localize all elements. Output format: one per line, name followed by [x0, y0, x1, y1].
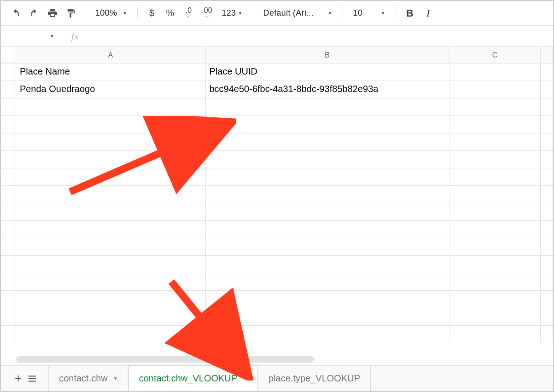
row-header[interactable]	[1, 203, 16, 221]
cell[interactable]: bcc94e50-6fbc-4a31-8bdc-93f85b82e93a	[206, 81, 449, 98]
cell[interactable]	[449, 238, 541, 256]
cell[interactable]: Place UUID	[206, 63, 449, 81]
row-header[interactable]	[1, 98, 16, 116]
cell[interactable]	[541, 308, 553, 326]
fontsize-dropdown[interactable]: 10 ▼	[349, 5, 390, 22]
column-header-C[interactable]: C	[449, 47, 541, 63]
format-currency-button[interactable]: $	[143, 5, 160, 22]
cell[interactable]	[206, 151, 449, 168]
cell[interactable]	[449, 133, 541, 151]
cell[interactable]	[206, 326, 449, 343]
cell[interactable]	[16, 116, 206, 133]
add-sheet-button[interactable]: +	[15, 371, 22, 386]
cell[interactable]	[16, 203, 206, 221]
row-header[interactable]	[1, 81, 16, 98]
cell[interactable]: Place Name	[16, 63, 206, 81]
cell[interactable]	[449, 63, 541, 81]
select-all-corner[interactable]	[1, 47, 16, 63]
cell[interactable]	[16, 256, 206, 273]
cell[interactable]	[541, 63, 553, 81]
cell[interactable]	[449, 221, 541, 238]
cell[interactable]	[541, 98, 553, 116]
cell[interactable]	[206, 133, 449, 151]
cell[interactable]	[16, 221, 206, 238]
cell[interactable]	[206, 308, 449, 326]
cell[interactable]	[449, 326, 541, 343]
cell[interactable]	[206, 273, 449, 291]
row-header[interactable]	[1, 63, 16, 81]
decrease-decimal-button[interactable]: .0 ←	[180, 5, 197, 22]
row-header[interactable]	[1, 168, 16, 186]
cell[interactable]	[206, 116, 449, 133]
row-header[interactable]	[1, 238, 16, 256]
cell[interactable]	[206, 203, 449, 221]
cell[interactable]	[16, 291, 206, 308]
italic-button[interactable]: I	[420, 5, 437, 22]
cell[interactable]	[206, 168, 449, 186]
cell[interactable]	[541, 116, 553, 133]
all-sheets-button[interactable]	[27, 374, 37, 384]
cell[interactable]	[541, 133, 553, 151]
cell[interactable]	[206, 186, 449, 203]
sheet-tab-2-active[interactable]: contact.chw_VLOOKUP ▼	[128, 366, 258, 391]
cell[interactable]	[16, 308, 206, 326]
cell[interactable]	[541, 256, 553, 273]
cell[interactable]	[541, 221, 553, 238]
name-box[interactable]: ▼	[1, 34, 61, 39]
row-header[interactable]	[1, 116, 16, 133]
cell[interactable]	[16, 98, 206, 116]
undo-button[interactable]	[7, 5, 24, 22]
row-header[interactable]	[1, 133, 16, 151]
cell[interactable]	[16, 151, 206, 168]
cell[interactable]	[206, 238, 449, 256]
cell[interactable]	[541, 168, 553, 186]
cell[interactable]	[541, 151, 553, 168]
row-header[interactable]	[1, 326, 16, 343]
row-header[interactable]	[1, 221, 16, 238]
sheet-tab-1[interactable]: contact.chw ▼	[48, 366, 128, 391]
paint-format-button[interactable]	[63, 5, 79, 22]
row-header[interactable]	[1, 186, 16, 203]
cell[interactable]	[449, 98, 541, 116]
cell[interactable]	[449, 81, 541, 98]
redo-button[interactable]	[26, 5, 42, 22]
cell[interactable]	[449, 273, 541, 291]
cell[interactable]	[449, 151, 541, 168]
cell[interactable]	[541, 291, 553, 308]
cell[interactable]	[449, 308, 541, 326]
font-dropdown[interactable]: Default (Ari... ▼	[259, 5, 337, 22]
cell[interactable]	[449, 168, 541, 186]
cell[interactable]	[16, 238, 206, 256]
cell[interactable]	[541, 186, 553, 203]
cell[interactable]	[541, 273, 553, 291]
cell[interactable]	[206, 291, 449, 308]
cell[interactable]	[449, 186, 541, 203]
cell[interactable]	[449, 256, 541, 273]
cell[interactable]	[16, 326, 206, 343]
format-percent-button[interactable]: %	[162, 5, 178, 22]
cell[interactable]	[541, 238, 553, 256]
row-header[interactable]	[1, 273, 16, 291]
cell[interactable]	[206, 98, 449, 116]
zoom-dropdown[interactable]: 100% ▼	[91, 5, 132, 22]
cell[interactable]	[541, 203, 553, 221]
number-format-dropdown[interactable]: 123 ▼	[217, 5, 247, 22]
horizontal-scrollbar[interactable]	[16, 356, 314, 363]
cell[interactable]	[16, 133, 206, 151]
row-header[interactable]	[1, 256, 16, 273]
sheet-tab-3[interactable]: place.type_VLOOKUP	[258, 366, 371, 391]
row-header[interactable]	[1, 291, 16, 308]
cell[interactable]	[16, 168, 206, 186]
cell[interactable]	[541, 326, 553, 343]
cell[interactable]	[206, 256, 449, 273]
row-header[interactable]	[1, 151, 16, 168]
row-header[interactable]	[1, 308, 16, 326]
cell[interactable]	[16, 186, 206, 203]
bold-button[interactable]: B	[402, 5, 418, 22]
column-header-A[interactable]: A	[16, 47, 206, 63]
cell[interactable]: Penda Ouedraogo	[16, 81, 206, 98]
print-button[interactable]	[44, 5, 61, 22]
cell[interactable]	[449, 116, 541, 133]
cell[interactable]	[206, 221, 449, 238]
cell[interactable]	[449, 291, 541, 308]
